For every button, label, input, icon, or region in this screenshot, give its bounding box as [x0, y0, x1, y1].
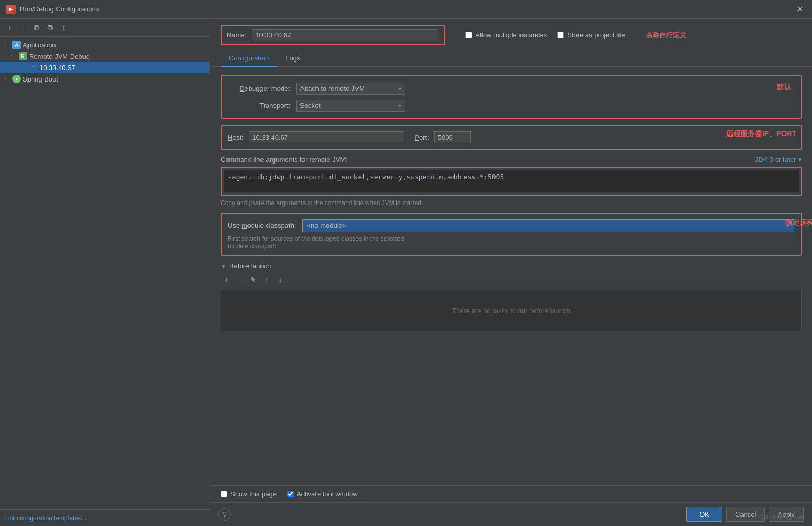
activate-tool-window-checkbox[interactable] — [287, 491, 294, 497]
bottom-bar: ? OK Cancel Apply — [210, 502, 812, 526]
store-as-project-checkbox[interactable] — [557, 32, 564, 38]
activate-tool-window-label[interactable]: Activate tool window — [287, 490, 358, 498]
spring-boot-icon: ● — [12, 75, 21, 83]
remote-jvm-icon: R — [19, 52, 27, 60]
port-input[interactable] — [434, 131, 471, 143]
config-content: Debugger mode: Attach to remote JVM List… — [210, 67, 812, 485]
debugger-mode-select-wrapper: Attach to remote JVM Listen to remote JV… — [296, 83, 405, 95]
tab-logs[interactable]: Logs — [277, 50, 308, 67]
before-launch-remove-btn[interactable]: − — [234, 274, 245, 286]
app-icon: ▶ — [6, 5, 16, 14]
port-label: Port: — [415, 133, 429, 141]
command-line-section: Command line arguments for remote JVM: J… — [221, 156, 802, 207]
module-select-wrapper: <no module> — [302, 219, 794, 232]
allow-multiple-text: Allow multiple instances — [475, 31, 547, 39]
allow-multiple-checkbox[interactable] — [465, 32, 472, 38]
show-page-label[interactable]: Show this page — [221, 490, 277, 498]
module-description: First search for sources of the debugged… — [228, 235, 794, 250]
store-as-project-label[interactable]: Store as project file — [557, 31, 625, 39]
activate-tool-window-text: Activate tool window — [297, 490, 358, 498]
debugger-section: Debugger mode: Attach to remote JVM List… — [221, 75, 802, 119]
module-label: Use module classpath: — [228, 222, 296, 230]
host-port-section: Host: Port: — [221, 125, 802, 150]
sidebar-label-spring-boot: Spring Boot — [23, 75, 58, 83]
host-label: Host: — [228, 133, 243, 141]
expand-arrow-remote-jvm: ˅ — [10, 53, 17, 59]
cmd-box: -agentlib:jdwp=transport=dt_socket,serve… — [221, 167, 802, 196]
show-page-checkbox[interactable] — [221, 491, 227, 497]
debugger-mode-label: Debugger mode: — [228, 85, 290, 92]
cmd-textarea[interactable]: -agentlib:jdwp=transport=dt_socket,serve… — [224, 170, 799, 192]
sidebar-label-ip: 10.33.40.67 — [39, 64, 75, 72]
config-file-icon: ≡ — [29, 63, 37, 72]
copy-config-button[interactable]: ⧉ — [31, 22, 43, 33]
before-launch-section: ▼ Before launch + − ✎ ↑ ↓ There are no t… — [221, 262, 802, 331]
show-page-text: Show this page — [230, 490, 277, 498]
name-field-group: Name: — [221, 25, 445, 45]
watermark: CSDN @AI_Frank — [759, 514, 806, 520]
before-launch-up-btn[interactable]: ↑ — [261, 274, 272, 286]
name-annotation: 名称自行定义 — [646, 31, 686, 40]
name-options: Allow multiple instances Store as projec… — [465, 31, 625, 39]
show-page-row: Show this page Activate tool window — [210, 485, 812, 502]
application-icon: A — [12, 41, 21, 49]
before-launch-empty: There are no tasks to run before launch — [221, 290, 802, 331]
debugger-annotation: 默认 — [777, 83, 791, 92]
host-port-annotation: 远程服务器IP、PORT — [726, 129, 796, 139]
module-select[interactable]: <no module> — [302, 219, 794, 232]
transport-select-wrapper: Socket Shared memory — [296, 100, 405, 112]
config-tree: › A Application ˅ R Remote JVM Debug ≡ 1… — [0, 37, 210, 509]
allow-multiple-label[interactable]: Allow multiple instances — [465, 31, 547, 39]
edit-templates-link[interactable]: Edit configuration templates... — [4, 515, 86, 522]
before-launch-collapse[interactable]: ▼ — [221, 263, 226, 269]
module-annotation: 指定远程调试模块 — [785, 218, 812, 227]
sidebar-item-spring-boot[interactable]: › ● Spring Boot — [0, 73, 210, 85]
sidebar-label-remote-jvm: Remote JVM Debug — [29, 52, 90, 60]
close-button[interactable]: ✕ — [793, 3, 806, 16]
sort-config-button[interactable]: ↕ — [58, 22, 70, 33]
name-label: Name: — [227, 31, 246, 39]
sidebar-item-remote-jvm-debug[interactable]: ˅ R Remote JVM Debug — [0, 50, 210, 62]
store-as-project-text: Store as project file — [567, 31, 625, 39]
tabs-row: Configuration Logs — [210, 49, 812, 67]
cmd-label: Command line arguments for remote JVM: — [221, 156, 348, 164]
move-config-button[interactable]: ⧉ — [45, 22, 56, 33]
remove-config-button[interactable]: − — [18, 22, 29, 33]
before-launch-edit-btn[interactable]: ✎ — [247, 274, 259, 286]
expand-arrow-application: › — [4, 42, 10, 48]
transport-label: Transport: — [228, 102, 290, 110]
before-launch-down-btn[interactable]: ↓ — [274, 274, 286, 286]
host-input[interactable] — [249, 131, 404, 143]
before-launch-add-btn[interactable]: + — [221, 274, 232, 286]
jdk-version-link[interactable]: JDK 9 or later ▾ — [755, 156, 802, 164]
help-button[interactable]: ? — [218, 508, 231, 521]
tab-configuration[interactable]: Configuration — [221, 50, 277, 67]
debugger-mode-select[interactable]: Attach to remote JVM Listen to remote JV… — [296, 83, 405, 95]
transport-select[interactable]: Socket Shared memory — [296, 100, 405, 112]
name-input[interactable] — [252, 29, 438, 41]
ok-button[interactable]: OK — [686, 507, 722, 522]
module-classpath-section: Use module classpath: <no module> First … — [221, 213, 802, 256]
dialog-title: Run/Debug Configurations — [20, 5, 99, 13]
sidebar-label-application: Application — [23, 41, 56, 49]
sidebar-item-application[interactable]: › A Application — [0, 39, 210, 50]
sidebar-item-ip-config[interactable]: ≡ 10.33.40.67 — [0, 62, 210, 73]
cmd-hint: Copy and paste the arguments to the comm… — [221, 199, 802, 207]
before-launch-toolbar: + − ✎ ↑ ↓ — [221, 274, 802, 286]
add-config-button[interactable]: + — [4, 22, 16, 33]
expand-arrow-spring: › — [4, 76, 10, 82]
before-launch-label: Before launch — [229, 262, 271, 270]
